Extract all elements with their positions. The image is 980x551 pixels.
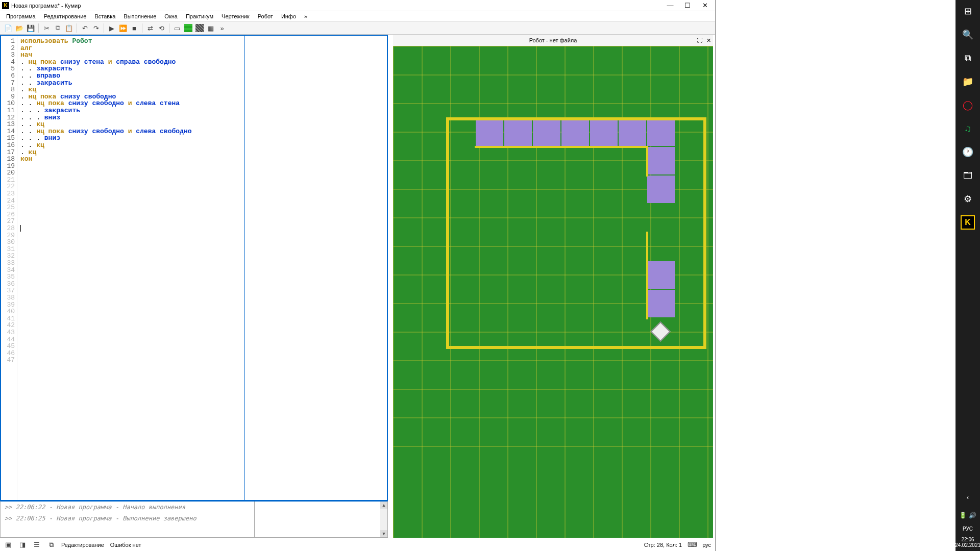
- editor-split[interactable]: [244, 36, 245, 500]
- code-pane[interactable]: использовать Роботалгнач. нц пока снизу …: [17, 36, 387, 500]
- menu-practicum[interactable]: Практикум: [183, 12, 216, 20]
- clock-icon[interactable]: 🕐: [959, 143, 977, 161]
- kumir-taskbar-icon[interactable]: K: [959, 213, 977, 232]
- menu-windows[interactable]: Окна: [161, 12, 181, 20]
- menu-program[interactable]: Программа: [3, 12, 39, 20]
- close-button[interactable]: ✕: [701, 2, 709, 10]
- status-mode: Редактирование: [61, 542, 104, 548]
- battery-icon[interactable]: 🔋: [959, 512, 967, 519]
- menu-drafter[interactable]: Чертежник: [218, 12, 253, 20]
- taskbar-time: 22:06: [955, 537, 980, 542]
- minimize-button[interactable]: —: [666, 2, 674, 10]
- robot-panel-title: Робот - нет файла: [529, 37, 577, 43]
- menu-insert[interactable]: Вставка: [91, 12, 118, 20]
- tray-expand-icon[interactable]: ‹: [959, 488, 977, 507]
- menu-robot[interactable]: Робот: [255, 12, 276, 20]
- search-icon[interactable]: 🔍: [959, 26, 977, 44]
- status-errors: Ошибок нет: [110, 542, 141, 548]
- tool-copy[interactable]: ⧉: [53, 23, 63, 33]
- tool-layout2[interactable]: ⟲: [156, 23, 166, 33]
- robot-cursor: [650, 321, 671, 342]
- tool-dark-grid[interactable]: [194, 23, 205, 33]
- status-kb-lang: рус: [702, 542, 711, 548]
- scroll-down-icon[interactable]: ▼: [380, 530, 387, 537]
- tool-step[interactable]: ⏩: [118, 23, 128, 33]
- titlebar: K Новая программа* - Кумир — ☐ ✕: [0, 0, 715, 11]
- robot-dock-button[interactable]: ⛶: [697, 37, 702, 44]
- taskbar-clock[interactable]: 22:06 24.02.2021: [955, 537, 980, 551]
- window-title: Новая программа* - Кумир: [11, 3, 666, 9]
- taskbar-date: 24.02.2021: [955, 542, 980, 548]
- windows-taskbar: ⊞ 🔍 ⧉ 📁 ◯ ♫ 🕐 🗔 ⚙ K ‹ 🔋 🔊 РУС 22:06 24.0…: [955, 0, 980, 551]
- code-editor[interactable]: 1234567891011121314151617181920212223242…: [0, 35, 388, 501]
- console-right-pane[interactable]: ▲ ▼: [255, 502, 387, 537]
- tool-green-grid[interactable]: [183, 23, 193, 33]
- tool-undo[interactable]: ↶: [80, 23, 90, 33]
- tool-save[interactable]: 💾: [26, 23, 36, 33]
- scroll-up-icon[interactable]: ▲: [380, 502, 387, 509]
- line-gutter: 1234567891011121314151617181920212223242…: [1, 36, 17, 500]
- keyboard-icon[interactable]: ⌨: [688, 541, 696, 549]
- status-icon-4[interactable]: ⧉: [47, 541, 55, 549]
- status-icon-1[interactable]: ▣: [4, 541, 12, 549]
- robot-close-button[interactable]: ✕: [706, 37, 711, 44]
- console: >> 22:06:22 - Новая программа - Начало в…: [0, 501, 388, 538]
- console-line-1: >> 22:06:22 - Новая программа - Начало в…: [5, 504, 250, 511]
- console-line-2: >> 22:06:25 - Новая программа - Выполнен…: [5, 515, 250, 522]
- maximize-button[interactable]: ☐: [683, 2, 692, 10]
- console-scrollbar[interactable]: ▲ ▼: [380, 502, 387, 537]
- status-cursor: Стр: 28, Кол: 1: [644, 542, 682, 548]
- robot-panel-header: Робот - нет файла ⛶ ✕: [393, 35, 713, 46]
- menu-info[interactable]: Инфо: [278, 12, 299, 20]
- status-icon-2[interactable]: ◨: [18, 541, 27, 549]
- start-button[interactable]: ⊞: [959, 2, 977, 20]
- spotify-icon[interactable]: ♫: [959, 119, 977, 138]
- app-icon-2[interactable]: 🗔: [959, 166, 977, 185]
- app-icon: K: [2, 2, 9, 9]
- tool-more[interactable]: »: [217, 23, 227, 33]
- volume-icon[interactable]: 🔊: [969, 512, 976, 519]
- tool-cut[interactable]: ✂: [41, 23, 52, 33]
- tool-redo[interactable]: ↷: [91, 23, 101, 33]
- status-icon-3[interactable]: ☰: [33, 541, 41, 549]
- tool-open[interactable]: 📂: [14, 23, 24, 33]
- explorer-icon[interactable]: 📁: [959, 72, 977, 91]
- console-output[interactable]: >> 22:06:22 - Новая программа - Начало в…: [1, 502, 254, 537]
- menubar: Программа Редактирование Вставка Выполне…: [0, 11, 715, 21]
- menu-edit[interactable]: Редактирование: [41, 12, 90, 20]
- taskbar-lang[interactable]: РУС: [963, 526, 973, 532]
- tool-run[interactable]: ▶: [107, 23, 117, 33]
- taskview-icon[interactable]: ⧉: [959, 49, 977, 67]
- robot-field[interactable]: [393, 46, 713, 538]
- tool-paste[interactable]: 📋: [64, 23, 74, 33]
- menu-run[interactable]: Выполнение: [120, 12, 159, 20]
- steam-icon[interactable]: ⚙: [959, 190, 977, 208]
- opera-icon[interactable]: ◯: [959, 96, 977, 114]
- toolbar: 📄 📂 💾 ✂ ⧉ 📋 ↶ ↷ ▶ ⏩ ■ ⇄ ⟲ ▭ ▦ »: [0, 21, 715, 35]
- tool-stop[interactable]: ■: [129, 23, 139, 33]
- tool-new[interactable]: 📄: [3, 23, 13, 33]
- tool-panel1[interactable]: ▭: [172, 23, 182, 33]
- statusbar: ▣ ◨ ☰ ⧉ Редактирование Ошибок нет Стр: 2…: [0, 538, 715, 551]
- tool-panel4[interactable]: ▦: [206, 23, 216, 33]
- tool-layout1[interactable]: ⇄: [145, 23, 155, 33]
- menu-more[interactable]: »: [301, 12, 310, 20]
